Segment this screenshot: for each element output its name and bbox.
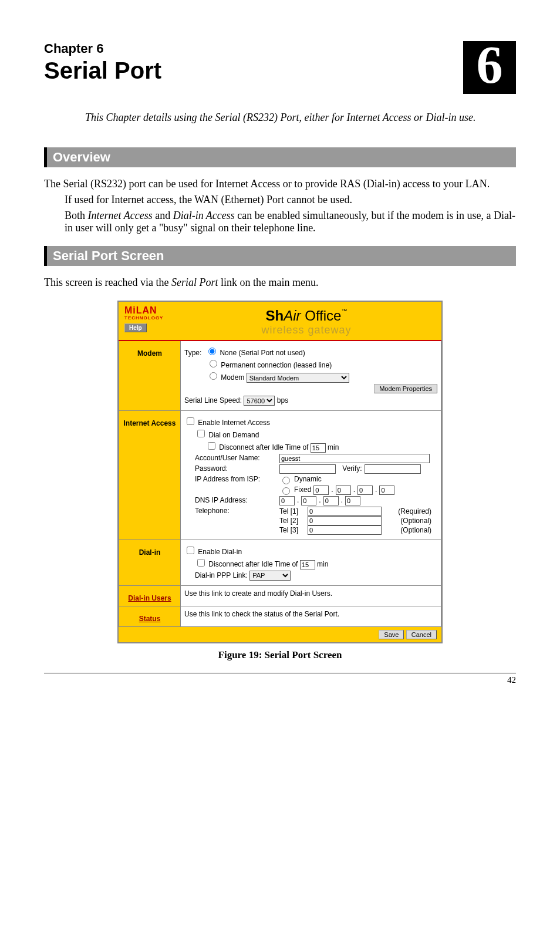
app-subtitle: wireless gateway (177, 324, 436, 336)
modem-cell: Type: None (Serial Port not used) Perman… (181, 340, 441, 411)
password-input[interactable] (279, 464, 336, 474)
modem-select[interactable]: Standard Modem (247, 373, 349, 383)
chapter-label: Chapter 6 (44, 41, 161, 56)
bps-label: bps (277, 396, 288, 404)
dialin-idle-input[interactable] (300, 560, 315, 569)
dialin-users-row-label: Dial-in Users (119, 585, 181, 606)
settings-table: Modem Type: None (Serial Port not used) … (119, 340, 441, 627)
fixed-ip-1[interactable] (313, 486, 329, 495)
status-text: Use this link to check the status of the… (181, 606, 441, 626)
modem-row-label: Modem (119, 340, 181, 411)
chapter-number-badge: 6 (463, 41, 516, 94)
overview-p1: The Serial (RS232) port can be used for … (44, 178, 516, 190)
telephone-label: Telephone: (195, 507, 277, 535)
status-link[interactable]: Status (139, 615, 161, 623)
type-modem-label: Modem (221, 373, 244, 382)
dns-label: DNS IP Address: (195, 496, 277, 505)
serial-screen-heading: Serial Port Screen (44, 246, 516, 266)
overview-p3: Both Internet Access and Dial-in Access … (65, 210, 516, 234)
type-modem-radio[interactable] (210, 372, 217, 380)
enable-internet-checkbox[interactable] (187, 417, 194, 425)
password-label: Password: (195, 464, 277, 474)
type-perm-radio[interactable] (210, 360, 217, 368)
dialin-cell: Enable Dial-in Disconnect after Idle Tim… (181, 540, 441, 586)
verify-label: Verify: (342, 464, 362, 474)
chapter-intro: This Chapter details using the Serial (R… (85, 112, 504, 124)
dns-ip-1[interactable] (279, 496, 295, 505)
account-label: Account/User Name: (195, 454, 277, 463)
overview-p2: If used for Internet access, the WAN (Et… (65, 194, 516, 206)
dns-ip-2[interactable] (301, 496, 316, 505)
figure-caption: Figure 19: Serial Port Screen (44, 649, 516, 661)
ip-fixed-radio[interactable] (282, 487, 290, 495)
internet-idle-input[interactable] (311, 443, 326, 453)
internet-idle-checkbox[interactable] (208, 442, 215, 450)
chapter-title: Serial Port (44, 58, 161, 84)
dial-on-demand-checkbox[interactable] (197, 430, 205, 437)
screenshot-title-block: ShAir Office™ wireless gateway (177, 305, 436, 336)
page-number: 42 (507, 675, 516, 685)
chapter-header: Chapter 6 Serial Port 6 (44, 41, 516, 94)
modem-properties-button[interactable]: Modem Properties (374, 384, 437, 393)
screenshot-header: MiLAN TECHNOLOGY Help ShAir Office™ wire… (119, 302, 441, 340)
fixed-ip-3[interactable] (357, 486, 373, 495)
overview-heading: Overview (44, 147, 516, 167)
save-button[interactable]: Save (379, 630, 404, 639)
enable-dialin-checkbox[interactable] (187, 547, 194, 554)
serial-screen-lead: This screen is reached via the Serial Po… (44, 277, 516, 289)
tel1-input[interactable] (308, 507, 382, 516)
dialin-users-link[interactable]: Dial-in Users (128, 594, 171, 602)
cancel-button[interactable]: Cancel (406, 630, 437, 639)
app-title: ShAir Office™ (177, 308, 436, 324)
internet-cell: Enable Internet Access Dial on Demand Di… (181, 411, 441, 540)
screenshot-footer: Save Cancel (119, 627, 441, 642)
dialin-users-text: Use this link to create and modify Dial-… (181, 585, 441, 606)
ip-dynamic-radio[interactable] (282, 477, 290, 484)
fixed-ip-2[interactable] (336, 486, 351, 495)
status-row-label: Status (119, 606, 181, 626)
dialin-idle-checkbox[interactable] (197, 559, 205, 567)
fixed-ip-4[interactable] (379, 486, 394, 495)
ppp-select[interactable]: PAP (249, 571, 291, 581)
dialin-row-label: Dial-in (119, 540, 181, 586)
page-footer: 42 (44, 673, 516, 685)
type-label: Type: (184, 349, 201, 357)
serial-port-screenshot: MiLAN TECHNOLOGY Help ShAir Office™ wire… (117, 301, 443, 643)
brand-sub: TECHNOLOGY (124, 316, 177, 321)
verify-input[interactable] (365, 464, 421, 474)
type-none-label: None (Serial Port not used) (220, 349, 305, 357)
help-button[interactable]: Help (124, 323, 147, 332)
brand-block: MiLAN TECHNOLOGY Help (124, 305, 177, 332)
dns-ip-3[interactable] (323, 496, 339, 505)
tel2-input[interactable] (308, 516, 382, 525)
ppp-label: Dial-in PPP Link: (195, 571, 248, 579)
type-none-radio[interactable] (208, 348, 216, 355)
dns-ip-4[interactable] (345, 496, 360, 505)
serial-speed-select[interactable]: 57600 (244, 396, 275, 406)
tel3-input[interactable] (308, 525, 382, 535)
account-input[interactable] (279, 454, 430, 463)
serial-speed-label: Serial Line Speed: (184, 396, 242, 404)
internet-row-label: Internet Access (119, 411, 181, 540)
ip-from-isp-label: IP Address from ISP: (195, 475, 277, 484)
type-perm-label: Permanent connection (leased line) (221, 361, 332, 369)
brand-name: MiLAN (124, 305, 177, 316)
